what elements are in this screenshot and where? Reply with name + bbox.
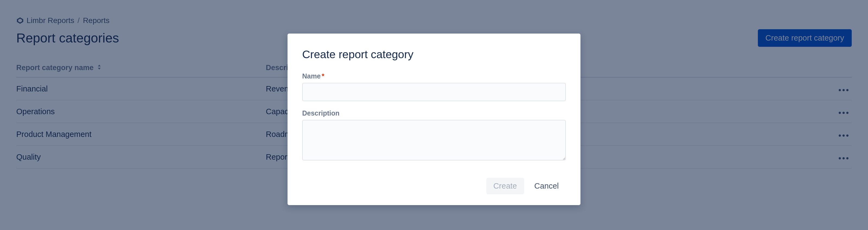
- description-field: Description: [302, 109, 566, 161]
- description-input[interactable]: [302, 120, 566, 160]
- create-button[interactable]: Create: [486, 178, 524, 194]
- required-mark: *: [322, 72, 324, 80]
- create-category-dialog: Create report category Name* Description…: [287, 34, 581, 205]
- cancel-button[interactable]: Cancel: [527, 178, 566, 194]
- dialog-title: Create report category: [302, 48, 566, 61]
- modal-overlay[interactable]: Create report category Name* Description…: [0, 0, 868, 230]
- name-input[interactable]: [302, 83, 566, 101]
- description-label: Description: [302, 109, 566, 117]
- name-label: Name*: [302, 72, 566, 80]
- dialog-footer: Create Cancel: [302, 178, 566, 194]
- name-field: Name*: [302, 72, 566, 101]
